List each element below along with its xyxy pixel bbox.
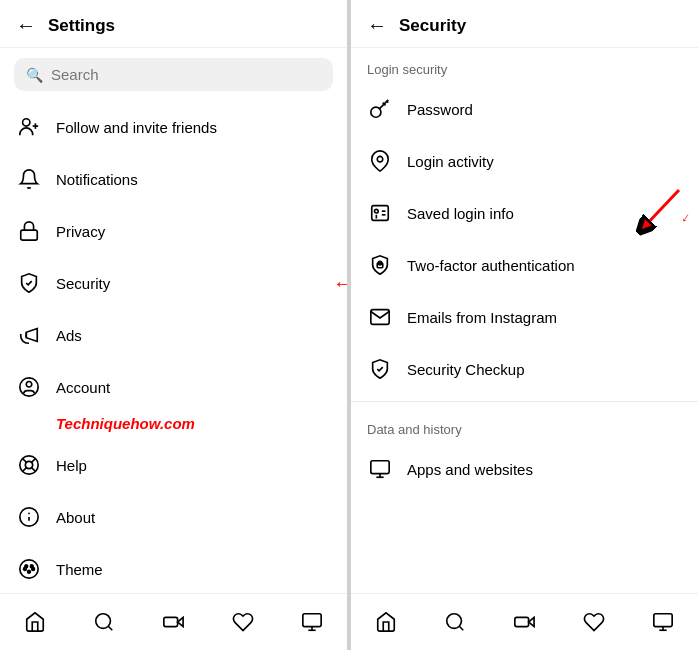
- megaphone-icon: [16, 322, 42, 348]
- right-item-login-activity[interactable]: Login activity: [351, 135, 698, 187]
- right-header: ← Security: [351, 0, 698, 48]
- left-title: Settings: [48, 16, 115, 36]
- search-bar[interactable]: 🔍: [14, 58, 333, 91]
- shield-icon: [16, 270, 42, 296]
- section-login-security: Login security: [351, 48, 698, 83]
- right-nav-video[interactable]: [506, 604, 542, 640]
- svg-point-30: [377, 156, 383, 162]
- palette-icon: [16, 556, 42, 582]
- right-item-password-label: Password: [407, 101, 473, 118]
- right-title: Security: [399, 16, 466, 36]
- security-annotation-arrow: ←: [333, 272, 347, 295]
- saved-key-icon: [367, 200, 393, 226]
- svg-line-11: [32, 459, 36, 463]
- shield-lock-icon: [367, 252, 393, 278]
- sidebar-item-about[interactable]: About: [0, 491, 347, 543]
- svg-point-8: [25, 461, 32, 468]
- left-back-button[interactable]: ←: [16, 14, 36, 37]
- sidebar-item-account[interactable]: Account: [0, 361, 347, 413]
- right-bottom-nav: [351, 593, 698, 650]
- left-nav-profile[interactable]: [294, 604, 330, 640]
- svg-point-41: [447, 614, 462, 629]
- svg-point-0: [23, 119, 30, 126]
- svg-line-23: [108, 626, 112, 630]
- left-header: ← Settings: [0, 0, 347, 48]
- right-menu-list: Login security Password Login activity: [351, 48, 698, 593]
- right-item-password[interactable]: Password: [351, 83, 698, 135]
- search-icon: 🔍: [26, 67, 43, 83]
- sidebar-item-security[interactable]: Security ←: [0, 257, 347, 309]
- right-item-security-checkup[interactable]: Security Checkup: [351, 343, 698, 395]
- left-nav-home[interactable]: [17, 604, 53, 640]
- right-item-apps-label: Apps and websites: [407, 461, 533, 478]
- svg-rect-43: [515, 617, 529, 626]
- svg-point-22: [96, 614, 111, 629]
- svg-point-16: [20, 560, 38, 578]
- right-item-apps[interactable]: Apps and websites: [351, 443, 698, 495]
- location-pin-icon: [367, 148, 393, 174]
- right-item-security-checkup-label: Security Checkup: [407, 361, 525, 378]
- lock-icon: [16, 218, 42, 244]
- sidebar-item-follow-label: Follow and invite friends: [56, 119, 217, 136]
- sidebar-item-privacy-label: Privacy: [56, 223, 105, 240]
- sidebar-item-ads[interactable]: Ads: [0, 309, 347, 361]
- right-item-2fa-label: Two-factor authentication: [407, 257, 575, 274]
- info-icon: [16, 504, 42, 530]
- bell-icon: [16, 166, 42, 192]
- sidebar-item-theme-label: Theme: [56, 561, 103, 578]
- svg-marker-25: [178, 617, 184, 626]
- shield-check-icon: [367, 356, 393, 382]
- svg-line-9: [23, 459, 27, 463]
- svg-point-6: [26, 382, 32, 388]
- person-plus-icon: [16, 114, 42, 140]
- circle-person-icon: [16, 374, 42, 400]
- svg-point-29: [371, 107, 381, 117]
- section-data-history: Data and history: [351, 408, 698, 443]
- right-back-button[interactable]: ←: [367, 14, 387, 37]
- sidebar-item-privacy[interactable]: Privacy: [0, 205, 347, 257]
- svg-line-12: [23, 468, 27, 472]
- sidebar-item-notifications[interactable]: Notifications: [0, 153, 347, 205]
- left-panel: ← Settings 🔍 Follow and invite friends N…: [0, 0, 347, 650]
- svg-rect-26: [303, 614, 321, 627]
- left-nav-heart[interactable]: [225, 604, 261, 640]
- right-nav-heart[interactable]: [576, 604, 612, 640]
- lifesaver-icon: [16, 452, 42, 478]
- svg-line-10: [32, 468, 36, 472]
- sidebar-item-security-label: Security: [56, 275, 110, 292]
- sidebar-item-theme[interactable]: Theme: [0, 543, 347, 593]
- svg-line-42: [459, 626, 463, 630]
- svg-rect-24: [164, 617, 178, 626]
- sidebar-item-help[interactable]: Help: [0, 439, 347, 491]
- section-divider: [351, 401, 698, 402]
- left-nav-search[interactable]: [86, 604, 122, 640]
- right-nav-profile[interactable]: [645, 604, 681, 640]
- right-item-saved-login[interactable]: Saved login info: [351, 187, 698, 239]
- svg-marker-44: [529, 617, 535, 626]
- svg-point-21: [32, 568, 35, 571]
- watermark-text: Techniquehow.com: [56, 415, 195, 432]
- right-item-login-activity-label: Login activity: [407, 153, 494, 170]
- svg-rect-3: [21, 230, 38, 240]
- svg-rect-31: [372, 206, 389, 221]
- search-input[interactable]: [51, 66, 321, 83]
- key-icon: [367, 96, 393, 122]
- right-panel: ← Security Login security Password Login…: [351, 0, 698, 650]
- left-bottom-nav: [0, 593, 347, 650]
- svg-point-20: [24, 568, 27, 571]
- sidebar-item-follow[interactable]: Follow and invite friends: [0, 101, 347, 153]
- right-item-emails-label: Emails from Instagram: [407, 309, 557, 326]
- left-nav-video[interactable]: [155, 604, 191, 640]
- left-menu-list: Follow and invite friends Notifications …: [0, 101, 347, 593]
- right-item-2fa[interactable]: Two-factor authentication ↓: [351, 239, 698, 291]
- right-nav-home[interactable]: [368, 604, 404, 640]
- email-icon: [367, 304, 393, 330]
- right-item-emails[interactable]: Emails from Instagram: [351, 291, 698, 343]
- svg-point-32: [375, 209, 379, 213]
- svg-point-19: [28, 570, 31, 573]
- sidebar-item-about-label: About: [56, 509, 95, 526]
- sidebar-item-help-label: Help: [56, 457, 87, 474]
- sidebar-item-ads-label: Ads: [56, 327, 82, 344]
- right-nav-search[interactable]: [437, 604, 473, 640]
- sidebar-item-notifications-label: Notifications: [56, 171, 138, 188]
